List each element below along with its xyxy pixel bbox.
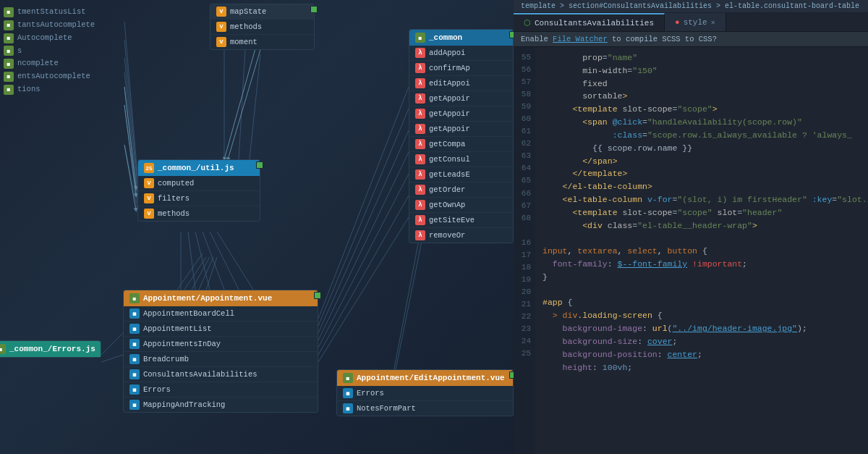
node-icon: ◼ [4, 7, 14, 17]
svg-line-19 [318, 152, 409, 340]
code-line-18: } [542, 271, 861, 284]
common-util-node: 25 _common_/util.js v computed v filters… [137, 159, 260, 222]
edit-appointment-node: ◼ Appointment/EditAppointment.vue ◼Error… [336, 369, 514, 416]
node-icon: ◼ [4, 72, 14, 82]
r-icon: ◼ [129, 354, 140, 364]
code-line-22: background-image: url("../img/header-ima… [542, 322, 861, 335]
svg-line-21 [318, 196, 409, 355]
r-icon: λ [415, 169, 425, 180]
r-icon: λ [415, 154, 425, 164]
code-line-16: input, textarea, select, button { [542, 245, 861, 258]
appointment-node: ◼ Appointment/Appointment.vue ◼Appointme… [123, 290, 318, 413]
code-line-64: </template> [542, 167, 861, 180]
node-icon: ◼ [4, 85, 14, 95]
code-line-20: #app { [542, 296, 861, 309]
r-icon: λ [415, 93, 425, 104]
code-line-23: background-size: cover; [542, 335, 861, 348]
svg-line-26 [101, 355, 123, 362]
r-icon: λ [415, 230, 425, 240]
edit-appt-file-icon: ◼ [343, 373, 353, 383]
computed-icon: v [144, 178, 154, 188]
tab-bar: ⬡ ConsultantsAvailabilities ● style ✕ [514, 13, 868, 32]
r-icon: ◼ [129, 324, 140, 334]
code-line-57: fixed [542, 77, 861, 91]
svg-line-15 [217, 232, 253, 290]
port [256, 161, 263, 169]
svg-line-16 [318, 87, 409, 319]
close-icon[interactable]: ✕ [711, 18, 715, 27]
svg-line-28 [184, 257, 206, 290]
scss-icon: ● [675, 18, 680, 27]
code-line-66: <el-table-column v-for="(slot, i) im fir… [542, 193, 861, 206]
tab-consultants-availabilities[interactable]: ⬡ ConsultantsAvailabilities [514, 13, 665, 31]
code-line-55: prop="name" [542, 51, 861, 64]
code-line-59: <template slot-scope="scope"> [542, 103, 861, 116]
svg-line-22 [318, 217, 409, 362]
r-icon: ◼ [129, 384, 140, 395]
code-line-67: <template slot-scope="scope" slot="heade… [542, 206, 861, 219]
errors-file-icon: ◼ [0, 344, 6, 354]
svg-line-33 [124, 105, 136, 196]
svg-line-8 [239, 36, 246, 159]
code-line-17: font-family: $--font-family !important; [542, 258, 861, 271]
code-panel: template > section#ConsultantsAvailabili… [514, 0, 868, 454]
svg-line-20 [318, 174, 409, 348]
r-icon: ◼ [129, 339, 140, 349]
svg-line-18 [318, 130, 409, 333]
r-icon: ◼ [343, 403, 353, 413]
breadcrumb: template > section#ConsultantsAvailabili… [514, 0, 868, 13]
code-line-25: height: 100vh; [542, 361, 861, 374]
r-icon: λ [415, 63, 425, 73]
filters-icon: v [144, 193, 154, 203]
r-icon: λ [415, 48, 425, 58]
code-line-68: <div class="el-table__header-wrap"> [542, 219, 861, 232]
code-line-19 [542, 284, 861, 297]
r-icon: λ [415, 78, 425, 88]
mapstate-icon: v [216, 7, 226, 17]
code-line-65: </el-table-column> [542, 180, 861, 193]
svg-line-3 [124, 72, 137, 191]
graph-panel: ◼ tmentStatusList ◼ tantsAutocomplete ◼ … [0, 0, 514, 454]
moment-icon: v [216, 37, 226, 47]
svg-line-17 [318, 109, 409, 326]
line-numbers: 55 56 57 58 59 60 61 62 63 64 65 66 67 6… [514, 47, 535, 454]
svg-line-13 [203, 232, 224, 290]
svg-line-31 [206, 257, 217, 290]
code-line-60: <span @click="handleAvailability(scope.r… [542, 116, 861, 129]
svg-line-29 [192, 257, 210, 290]
vue-icon: ⬡ [524, 18, 531, 28]
svg-line-30 [199, 257, 213, 290]
r-icon: ◼ [129, 369, 140, 379]
tab-style[interactable]: ● style ✕ [665, 13, 726, 31]
r-icon: λ [415, 215, 425, 225]
node-icon: ◼ [4, 59, 14, 69]
common-node: ◼ _common λaddAppoi λconfirmAp λeditAppo… [409, 29, 514, 243]
code-content: 55 56 57 58 59 60 61 62 63 64 65 66 67 6… [514, 47, 868, 454]
r-icon: ◼ [129, 400, 140, 410]
r-icon: ◼ [343, 388, 353, 398]
r-icon: λ [415, 200, 425, 210]
code-line-63: </span> [542, 155, 861, 168]
code-line-24: background-position: center; [542, 348, 861, 361]
svg-line-35 [224, 43, 257, 159]
r-icon: ◼ [129, 308, 140, 319]
methods-icon: v [216, 22, 226, 32]
file-watcher-bar: Enable File Watcher to compile SCSS to C… [514, 32, 868, 47]
svg-line-25 [101, 333, 123, 355]
methods2-icon: v [144, 209, 154, 219]
svg-line-11 [188, 232, 195, 290]
code-lines: prop="name" min-width="150" fixed sortab… [535, 47, 868, 454]
svg-line-0 [124, 22, 137, 174]
svg-line-9 [250, 54, 260, 159]
r-icon: λ [415, 124, 425, 134]
file-watcher-link[interactable]: File Watcher [553, 35, 608, 43]
code-line-62: {{ scope.row.name }} [542, 142, 861, 155]
common-file-icon: ◼ [415, 33, 425, 43]
appt-file-icon: ◼ [129, 293, 140, 303]
code-line-21: > div.loading-screen { [542, 309, 861, 322]
node-icon: ◼ [4, 20, 14, 30]
r-icon: λ [415, 185, 425, 195]
node-icon: ◼ [4, 33, 14, 43]
code-line-58: sortable> [542, 90, 861, 103]
badge-icon: 25 [144, 163, 154, 173]
